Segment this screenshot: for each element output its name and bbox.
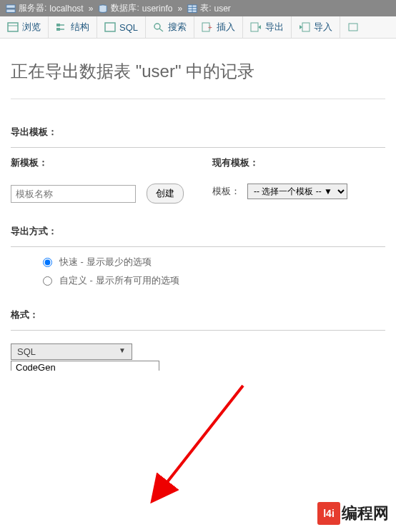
format-option[interactable]: CodeGen: [11, 361, 159, 371]
tab-label: SQL: [119, 22, 138, 33]
tab-sql[interactable]: SQL: [97, 16, 146, 38]
import-icon: [299, 22, 310, 32]
svg-rect-7: [8, 23, 18, 31]
tab-label: 浏览: [22, 21, 41, 34]
breadcrumb-sep: »: [89, 4, 94, 14]
export-icon: [250, 22, 262, 32]
section-format: 格式：: [11, 300, 385, 331]
tab-label: 结构: [71, 21, 89, 34]
search-icon: [153, 22, 164, 32]
server-icon: [6, 4, 16, 13]
radio-quick-label: 快速 - 显示最少的选项: [59, 256, 152, 268]
template-name-input[interactable]: [11, 185, 136, 203]
svg-rect-18: [251, 23, 258, 31]
svg-rect-1: [6, 9, 15, 12]
insert-icon: +: [202, 22, 213, 32]
tab-label: 导入: [314, 21, 332, 34]
tab-label: 搜索: [168, 21, 187, 34]
tab-bar: 浏览 结构 SQL 搜索 +插入 导出 导入: [0, 16, 396, 39]
radio-quick[interactable]: [43, 258, 52, 267]
db-label: 数据库:: [111, 2, 139, 14]
template-select[interactable]: -- 选择一个模板 -- ▼: [247, 184, 347, 199]
tab-browse[interactable]: 浏览: [0, 16, 49, 38]
tab-import[interactable]: 导入: [292, 16, 340, 38]
svg-point-14: [154, 24, 160, 29]
radio-custom[interactable]: [43, 276, 52, 286]
existing-template-label: 现有模板：: [212, 156, 385, 169]
section-export-template: 导出模板：: [11, 117, 385, 148]
table-icon: [187, 4, 197, 13]
new-template-label: 新模板：: [11, 156, 184, 169]
structure-icon: [56, 22, 67, 32]
server-value[interactable]: localhost: [49, 4, 83, 14]
table-value[interactable]: user: [214, 4, 230, 14]
svg-rect-20: [349, 24, 357, 31]
create-button[interactable]: 创建: [147, 184, 184, 204]
svg-rect-13: [105, 23, 115, 31]
breadcrumb: 服务器: localhost » 数据库: userinfo » 表: user: [0, 0, 396, 16]
tab-label: 导出: [265, 21, 284, 34]
table-label: 表:: [200, 2, 211, 14]
template-select-label: 模板：: [212, 185, 240, 198]
format-select[interactable]: SQL ▼: [11, 343, 132, 360]
tab-structure[interactable]: 结构: [49, 16, 97, 38]
page-title: 正在导出数据表 "user" 中的记录: [11, 60, 385, 99]
section-export-method: 导出方式：: [11, 216, 385, 247]
radio-custom-label: 自定义 - 显示所有可用的选项: [59, 274, 179, 287]
tab-export[interactable]: 导出: [243, 16, 292, 38]
db-value[interactable]: userinfo: [142, 4, 173, 14]
svg-text:+: +: [208, 24, 212, 31]
database-icon: [98, 4, 108, 13]
more-icon: [347, 22, 359, 32]
browse-icon: [7, 22, 19, 32]
svg-rect-10: [56, 28, 60, 31]
format-selected: SQL: [17, 346, 36, 357]
tab-search[interactable]: 搜索: [146, 16, 194, 38]
svg-rect-0: [6, 4, 15, 7]
tab-label: 插入: [217, 21, 235, 34]
tab-insert[interactable]: +插入: [194, 16, 243, 38]
format-dropdown: CodeGenCSVCSV for MS ExcelJSONLaTeXMedia…: [11, 361, 159, 371]
server-label: 服务器:: [19, 2, 46, 14]
chevron-down-icon: ▼: [119, 346, 126, 357]
tab-more[interactable]: [340, 16, 366, 38]
breadcrumb-sep: »: [177, 4, 182, 14]
svg-line-15: [159, 29, 163, 31]
svg-rect-19: [302, 23, 310, 31]
svg-rect-9: [56, 24, 60, 26]
sql-icon: [104, 22, 116, 32]
